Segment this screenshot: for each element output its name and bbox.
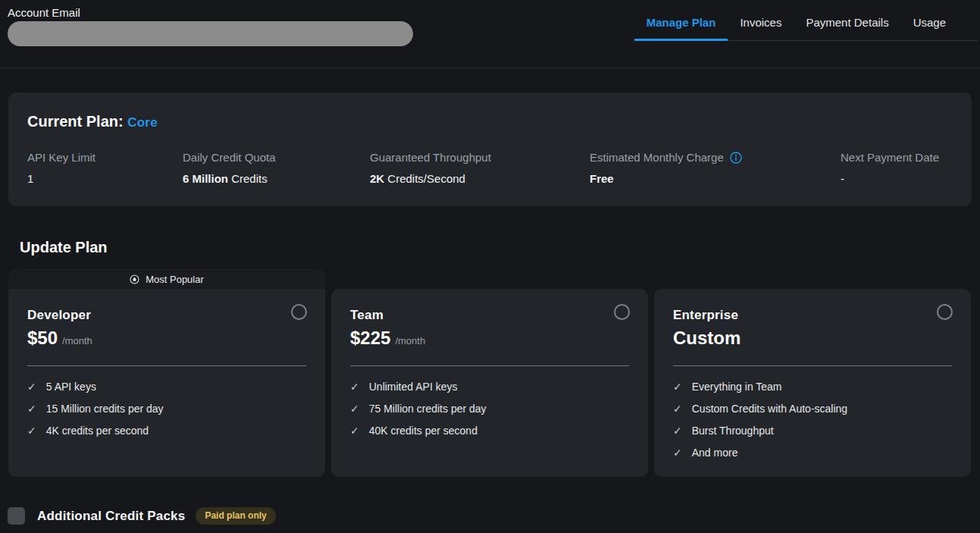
stat-estimated-monthly-charge: Estimated Monthly Charge Free [590,149,841,187]
plan-name: Team [350,306,629,325]
check-icon: ✓ [673,444,682,461]
stat-guaranteed-throughput: Guaranteed Throughput 2K Credits/Second [370,149,590,187]
stat-daily-credit-quota: Daily Credit Quota 6 Million Credits [183,149,370,187]
check-icon: ✓ [673,400,682,417]
plan-period: /month [62,335,92,346]
check-icon: ✓ [350,400,359,417]
feature-item: ✓75 Million credits per day [350,400,629,417]
current-plan-stats: API Key Limit 1 Daily Credit Quota 6 Mil… [27,149,953,187]
flame-icon [130,274,139,284]
feature-item: ✓5 API keys [27,378,306,395]
current-plan-prefix: Current Plan: [27,113,127,130]
paid-plan-only-badge: Paid plan only [196,507,275,525]
plan-radio-enterprise[interactable] [937,304,953,320]
check-icon: ✓ [673,378,682,395]
tab-manage-plan[interactable]: Manage Plan [634,11,728,41]
update-plan-heading: Update Plan [20,237,980,258]
tab-usage[interactable]: Usage [901,11,958,41]
check-icon: ✓ [27,422,36,439]
check-icon: ✓ [350,422,359,439]
check-icon: ✓ [27,378,36,395]
feature-item: ✓And more [673,444,952,461]
feature-item: ✓15 Million credits per day [27,400,306,417]
plan-card-team[interactable]: Team $225/month ✓Unlimited API keys ✓75 … [331,269,648,477]
divider [350,365,629,366]
stat-api-key-limit: API Key Limit 1 [27,149,183,187]
plan-features: ✓Unlimited API keys ✓75 Million credits … [350,378,629,439]
tab-payment-details[interactable]: Payment Details [794,11,900,41]
current-plan-name: Core [127,115,158,130]
plan-features: ✓5 API keys ✓15 Million credits per day … [27,378,306,439]
feature-item: ✓Burst Throughput [673,422,952,439]
plan-card-enterprise[interactable]: Enterprise Custom ✓Everything in Team ✓C… [654,269,971,477]
credit-packs-label: Additional Credit Packs [37,509,185,524]
divider [673,365,952,366]
billing-tabs: Manage Plan Invoices Payment Details Usa… [634,11,978,41]
plan-name: Developer [27,306,306,325]
credit-packs-checkbox[interactable] [8,507,25,525]
feature-item: ✓40K credits per second [350,422,629,439]
divider [27,365,306,366]
feature-item: ✓Custom Credits with Auto-scaling [673,400,952,417]
info-icon[interactable] [730,152,742,164]
plans-row: Most Popular Developer $50/month ✓5 API … [8,269,972,477]
tab-invoices[interactable]: Invoices [728,11,794,41]
account-email-label: Account Email [8,6,80,19]
band-spacer [654,269,971,289]
current-plan-title: Current Plan: Core [27,112,953,133]
plan-price: $225 [350,328,390,348]
feature-item: ✓Unlimited API keys [350,378,629,395]
most-popular-label: Most Popular [146,274,204,285]
plan-period: /month [395,335,425,346]
account-email-field[interactable] [8,21,413,46]
plan-radio-developer[interactable] [291,304,307,320]
check-icon: ✓ [673,422,682,439]
plan-radio-team[interactable] [614,304,630,320]
plan-card-developer[interactable]: Most Popular Developer $50/month ✓5 API … [8,269,325,477]
check-icon: ✓ [350,378,359,395]
plan-price: Custom [673,328,740,348]
feature-item: ✓Everything in Team [673,378,952,395]
plan-price: $50 [27,328,58,348]
credit-packs-row: Additional Credit Packs Paid plan only [8,507,980,525]
plan-features: ✓Everything in Team ✓Custom Credits with… [673,378,952,461]
check-icon: ✓ [27,400,36,417]
stat-next-payment-date: Next Payment Date - [841,149,953,187]
plan-name: Enterprise [673,306,952,325]
most-popular-band: Most Popular [8,269,325,289]
feature-item: ✓4K credits per second [27,422,306,439]
current-plan-card: Current Plan: Core API Key Limit 1 Daily… [8,92,972,206]
band-spacer [331,269,648,289]
page-header: Account Email Manage Plan Invoices Payme… [0,0,980,68]
